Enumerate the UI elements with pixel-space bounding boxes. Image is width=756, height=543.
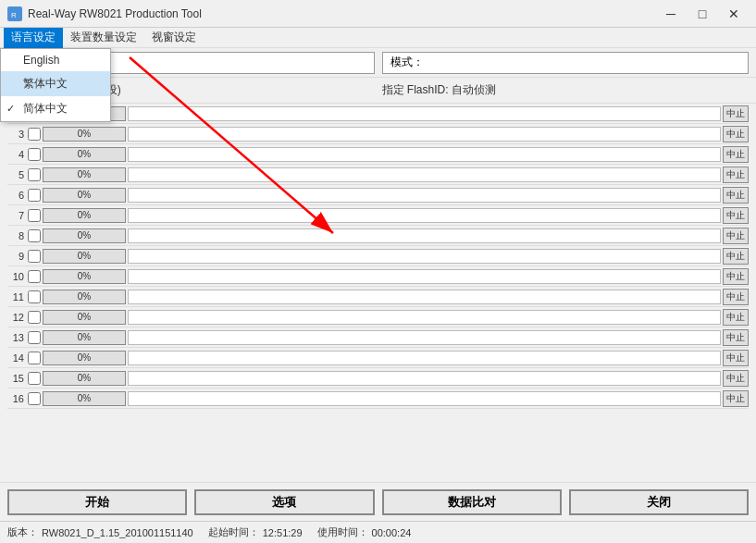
file-area[interactable] [128,106,721,121]
row-number: 12 [7,312,26,323]
row-checkbox[interactable] [28,290,41,303]
table-row: 8 0% 中止 [7,226,749,246]
file-area[interactable] [128,147,721,162]
file-area[interactable] [128,371,721,386]
file-area[interactable] [128,269,721,284]
mode-field: 模式： [382,52,750,74]
table-row: 6 0% 中止 [7,185,749,205]
progress-bar: 0% [43,371,126,386]
options-button[interactable]: 选项 [194,489,374,515]
row-checkbox[interactable] [28,189,41,202]
progress-text: 0% [43,209,125,222]
bottom-buttons: 开始 选项 数据比对 关闭 [0,482,756,521]
file-area[interactable] [128,188,721,203]
row-checkbox[interactable] [28,148,41,161]
row-checkbox[interactable] [28,392,41,405]
start-button[interactable]: 开始 [7,489,187,515]
window-title: Real-Way RW8021 Production Tool [28,7,202,20]
table-row: 4 0% 中止 [7,144,749,165]
progress-bar: 0% [43,167,126,182]
row-number: 16 [7,393,26,404]
row-checkbox[interactable] [28,250,41,263]
progress-bar: 0% [43,351,126,365]
stop-button[interactable]: 中止 [723,289,749,305]
row-number: 14 [7,352,26,364]
status-bar: 版本： RW8021_D_1.15_201001151140 起始时间： 12:… [0,521,756,543]
progress-bar: 0% [43,147,126,162]
close-window-button[interactable]: ✕ [719,4,749,24]
file-area[interactable] [128,290,721,304]
row-checkbox[interactable] [28,352,41,364]
row-checkbox[interactable] [28,372,41,385]
file-area[interactable] [128,127,721,142]
lang-simplified-chinese[interactable]: ✓ 简体中文 [1,96,110,121]
row-number: 4 [7,149,26,160]
file-area[interactable] [128,228,721,243]
row-checkbox[interactable] [28,128,41,141]
title-bar: R Real-Way RW8021 Production Tool ─ □ ✕ [0,0,756,28]
stop-button[interactable]: 中止 [723,268,749,285]
progress-text: 0% [43,290,125,303]
stop-button[interactable]: 中止 [723,126,749,142]
progress-bar: 0% [43,330,126,345]
stop-button[interactable]: 中止 [723,105,749,122]
compare-button[interactable]: 数据比对 [382,489,562,515]
row-checkbox[interactable] [28,331,41,344]
table-row: 14 0% 中止 [7,348,749,368]
file-area[interactable] [128,249,721,264]
menu-language[interactable]: 语言设定 [4,28,63,48]
lang-english[interactable]: English [1,49,110,71]
language-dropdown: English 繁体中文 ✓ 简体中文 [0,48,111,122]
menu-bar: 语言设定 装置数量设定 视窗设定 English 繁体中文 ✓ 简体中文 [0,28,756,48]
row-number: 11 [7,291,26,302]
stop-button[interactable]: 中止 [723,350,749,366]
stop-button[interactable]: 中止 [723,187,749,204]
progress-text: 0% [43,311,125,324]
table-row: 15 0% 中止 [7,368,749,389]
stop-button[interactable]: 中止 [723,390,749,407]
table-row: 10 0% 中止 [7,266,749,287]
file-area[interactable] [128,310,721,325]
row-checkbox[interactable] [28,209,41,222]
sub-header-row: 正片: 高阶格式化(预设) 指定 FlashID: 自动侦测 [0,78,756,104]
version-item: 版本： RW8021_D_1.15_201001151140 [7,525,193,539]
close-button[interactable]: 关闭 [569,489,749,515]
row-number: 8 [7,230,26,241]
row-checkbox[interactable] [28,311,41,324]
file-area[interactable] [128,391,721,406]
row-checkbox[interactable] [28,229,41,242]
stop-button[interactable]: 中止 [723,228,749,244]
file-area[interactable] [128,167,721,182]
stop-button[interactable]: 中止 [723,167,749,183]
row-checkbox[interactable] [28,168,41,181]
row-number: 15 [7,373,26,384]
stop-button[interactable]: 中止 [723,146,749,163]
progress-text: 0% [43,189,125,202]
table-row: 2 0% 中止 [7,104,749,124]
table-row: 5 0% 中止 [7,165,749,185]
stop-button[interactable]: 中止 [723,370,749,387]
used-time-label: 使用时间： [317,525,368,539]
file-area[interactable] [128,351,721,365]
start-time-value: 12:51:29 [263,527,303,538]
row-checkbox[interactable] [28,270,41,283]
progress-bar: 0% [43,269,126,284]
menu-window-settings[interactable]: 视窗设定 [144,28,204,48]
stop-button[interactable]: 中止 [723,329,749,346]
maximize-button[interactable]: □ [688,4,717,24]
minimize-button[interactable]: ─ [656,4,686,24]
table-row: 11 0% 中止 [7,287,749,307]
table-row: 13 0% 中止 [7,327,749,348]
stop-button[interactable]: 中止 [723,207,749,224]
stop-button[interactable]: 中止 [723,309,749,326]
row-number: 5 [7,169,26,180]
stop-button[interactable]: 中止 [723,248,749,265]
version-value: RW8021_D_1.15_201001151140 [42,527,193,538]
file-area[interactable] [128,330,721,345]
file-area[interactable] [128,208,721,223]
row-number: 10 [7,271,26,282]
progress-text: 0% [43,352,125,364]
progress-bar: 0% [43,188,126,203]
lang-traditional-chinese[interactable]: 繁体中文 [1,71,110,96]
menu-device-count[interactable]: 装置数量设定 [63,28,144,48]
